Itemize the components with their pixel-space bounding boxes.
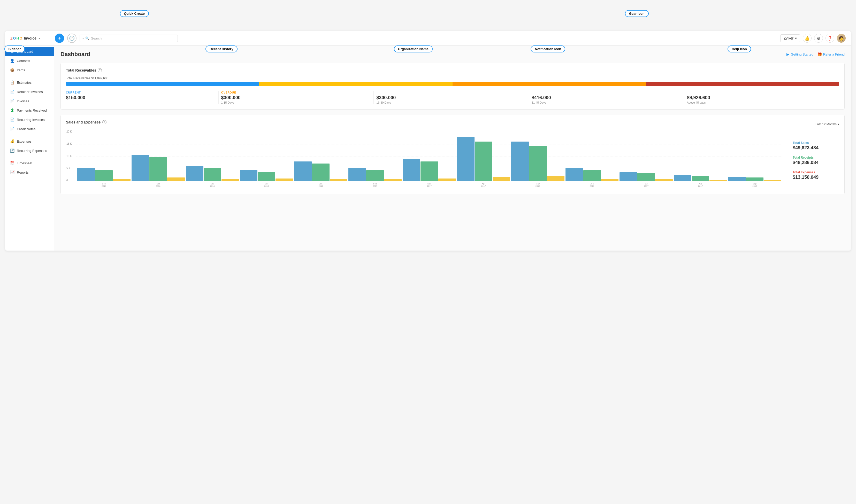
bar-nov2016-green [204, 168, 221, 181]
bar-nov2016-yellow [221, 179, 239, 181]
recurring-exp-icon: 🔄 [10, 148, 14, 153]
bar-sep2016-green [95, 170, 113, 181]
sidebar-item-retainer-invoices[interactable]: 📄 Retainer Invoices [5, 87, 54, 96]
overdue4-days: Above 45 days [687, 101, 837, 104]
legend-total-sales: Total Sales $49,623.434 [793, 141, 834, 150]
sidebar-item-credit-notes[interactable]: 📄 Credit Notes [5, 124, 54, 133]
pb-45days [646, 82, 839, 86]
gear-icon-button[interactable]: ⚙ [814, 34, 823, 43]
bars-container [76, 132, 782, 181]
bar-group-jun2017 [566, 168, 619, 181]
rec-overdue1: OVERDUE $300.000 1-15 Days [219, 91, 374, 104]
overdue-label: OVERDUE [221, 91, 371, 94]
bar-dec2016-blue [240, 170, 258, 181]
sidebar-item-dashboard[interactable]: ⊞ Dashboard [5, 47, 54, 56]
logo-dropdown-arrow: ▾ [38, 37, 40, 40]
getting-started-link[interactable]: ▶ Getting Started [786, 52, 813, 56]
sidebar-label-retainer: Retainer Invoices [17, 90, 43, 94]
zoho-z: Z [10, 36, 13, 40]
zoho-o2: O [20, 36, 22, 40]
sidebar-label-items: Items [17, 68, 25, 72]
bar-may2017-green [529, 146, 547, 181]
user-avatar-button[interactable]: 🧑 [837, 34, 846, 43]
sidebar-item-recurring-invoices[interactable]: 📄 Recurring Invoices [5, 115, 54, 124]
current-value: $150.000 [66, 95, 216, 101]
sidebar-item-estimates[interactable]: 📋 Estimates [5, 78, 54, 87]
x-label-sep2016: Sep2016 [77, 183, 130, 187]
bar-sep2017-blue [728, 177, 746, 181]
bar-mar2017-blue [403, 159, 420, 181]
bar-feb2017-yellow [384, 179, 402, 181]
search-input[interactable] [91, 36, 175, 40]
sidebar: ⊞ Dashboard 👤 Contacts 📦 Items 📋 Estimat… [5, 46, 54, 251]
pb-15days [259, 82, 452, 86]
pb-30days [452, 82, 646, 86]
overdue2-spacer [376, 91, 526, 94]
sidebar-label-payments: Payments Received [17, 108, 47, 112]
total-receipts-label: Total Receipts [793, 156, 834, 159]
sidebar-item-items[interactable]: 📦 Items [5, 65, 54, 75]
receivables-help-icon[interactable]: ? [98, 68, 102, 72]
x-label-may2017: May2017 [511, 183, 565, 187]
quick-create-button[interactable]: + [55, 34, 64, 43]
legend-total-expenses: Total Expenses $13,150.049 [793, 170, 834, 180]
bar-jul2017-yellow [655, 179, 673, 181]
sidebar-item-recurring-expenses[interactable]: 🔄 Recurring Expenses [5, 146, 54, 155]
bar-group-apr2017 [457, 137, 510, 181]
bar-group-feb2017 [349, 168, 402, 181]
help-icon-button[interactable]: ❓ [825, 34, 834, 43]
bar-apr2017-blue [457, 137, 475, 181]
gear-icon: ⚙ [817, 36, 820, 41]
sidebar-label-reports: Reports [17, 170, 29, 174]
x-label-dec2016: Dec2016 [240, 183, 293, 187]
overdue1-value: $300.000 [221, 95, 371, 101]
overdue4-spacer [687, 91, 837, 94]
sidebar-item-expenses[interactable]: 💰 Expenses [5, 137, 54, 146]
bar-aug2017-green [692, 176, 709, 181]
sidebar-label-estimates: Estimates [17, 80, 32, 85]
bar-jul2017-green [637, 173, 655, 181]
org-selector[interactable]: Zylker ▾ [780, 34, 800, 42]
bar-jan2017-green [312, 163, 329, 181]
bar-feb2017-green [366, 170, 384, 181]
se-help-icon[interactable]: ? [102, 120, 106, 124]
bell-icon: 🔔 [805, 36, 810, 41]
sidebar-item-timesheet[interactable]: 📅 Timesheet [5, 158, 54, 168]
sidebar-item-reports[interactable]: 📈 Reports [5, 168, 54, 177]
sidebar-item-payments-received[interactable]: 💲 Payments Received [5, 106, 54, 115]
notification-icon-button[interactable]: 🔔 [803, 34, 812, 43]
se-header: Sales and Expenses ? Last 12 Months ▾ [66, 120, 839, 128]
zoho-logo: Z O H O [10, 36, 22, 40]
bar-apr2017-green [475, 142, 492, 181]
bar-mar2017-green [421, 161, 438, 181]
refer-friend-link[interactable]: 🎁 Refer a Friend [818, 52, 845, 56]
bar-jun2017-green [583, 170, 601, 181]
legend-total-receipts: Total Receipts $48,286.084 [793, 156, 834, 165]
overdue3-days: 31-45 Days [532, 101, 681, 104]
bar-sep2016-blue [77, 168, 95, 181]
bar-jun2017-blue [566, 168, 583, 181]
search-filter-arrow[interactable]: ▾ [83, 37, 84, 40]
sidebar-label-recurring-exp: Recurring Expenses [17, 149, 47, 153]
bar-oct2016-green [149, 157, 167, 181]
overdue3-value: $416.000 [532, 95, 681, 101]
total-receipts-value: $48,286.084 [793, 160, 834, 165]
dashboard-content: Dashboard ▶ Getting Started 🎁 Refer a Fr… [54, 46, 851, 251]
x-label-oct2016: Oct2016 [131, 183, 185, 187]
x-label-nov2016: Nov2016 [186, 183, 239, 187]
x-label-sep2017: Sep2017 [728, 183, 781, 187]
dashboard-header: Dashboard ▶ Getting Started 🎁 Refer a Fr… [60, 51, 845, 58]
pb-current [66, 82, 259, 86]
period-selector[interactable]: Last 12 Months ▾ [816, 123, 839, 126]
gift-icon: 🎁 [818, 52, 822, 56]
annotation-gear: Gear Icon [625, 10, 649, 17]
sidebar-label-expenses: Expenses [17, 140, 32, 143]
reports-icon: 📈 [10, 170, 14, 174]
sidebar-item-invoices[interactable]: 📄 Invoices [5, 96, 54, 106]
sidebar-item-contacts[interactable]: 👤 Contacts [5, 56, 54, 65]
recent-history-button[interactable]: 🕐 [67, 34, 76, 43]
bar-jan2017-blue [294, 161, 312, 181]
getting-started-label: Getting Started [791, 52, 813, 56]
logo-area[interactable]: Z O H O Invoice ▾ [10, 36, 52, 40]
bar-mar2017-yellow [438, 179, 456, 181]
